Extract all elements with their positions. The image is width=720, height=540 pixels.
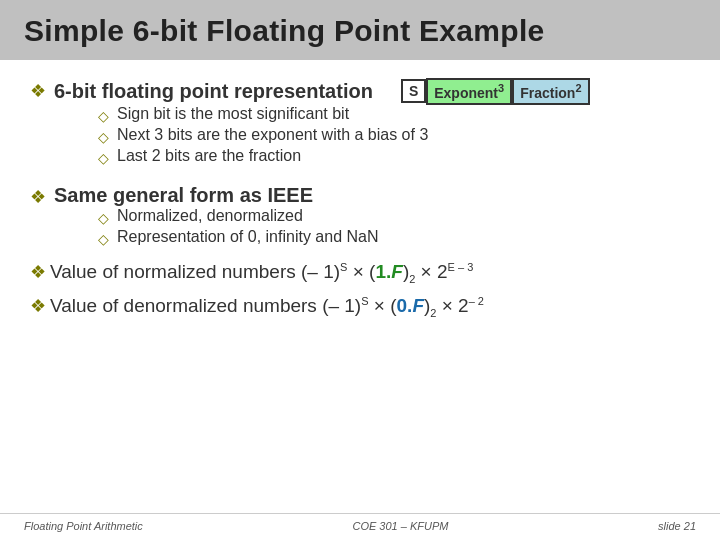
sub-bullet-1-3-text: Last 2 bits are the fraction — [117, 147, 301, 165]
exp-sup: 3 — [498, 82, 504, 94]
frac-box: Fraction2 — [512, 78, 589, 105]
bullet-1: ❖ 6-bit floating point representation S … — [30, 78, 690, 166]
footer-right: slide 21 — [658, 520, 696, 532]
sub-diamond-icon: ◇ — [98, 129, 109, 145]
sub-bullet-1-1-text: Sign bit is the most significant bit — [117, 105, 349, 123]
footer-center: COE 301 – KFUPM — [352, 520, 448, 532]
bullet-2-text: Same general form as IEEE — [54, 184, 690, 207]
slide-header: Simple 6-bit Floating Point Example — [0, 0, 720, 60]
slide: Simple 6-bit Floating Point Example ❖ 6-… — [0, 0, 720, 540]
bullet-2: ❖ Same general form as IEEE ◇ Normalized… — [30, 184, 690, 247]
sub-bullet-1-1: ◇ Sign bit is the most significant bit — [98, 105, 690, 124]
sub-bullet-2-2-text: Representation of 0, infinity and NaN — [117, 228, 378, 246]
slide-title: Simple 6-bit Floating Point Example — [24, 14, 696, 48]
slide-body: ❖ 6-bit floating point representation S … — [0, 60, 720, 513]
formula-2-text: Value of denormalized numbers (– 1)S × (… — [50, 295, 484, 319]
slide-footer: Floating Point Arithmetic COE 301 – KFUP… — [0, 513, 720, 540]
diamond-icon-f2: ❖ — [30, 295, 46, 317]
sub-bullet-2-2: ◇ Representation of 0, infinity and NaN — [98, 228, 690, 247]
sub-bullet-1-3: ◇ Last 2 bits are the fraction — [98, 147, 690, 166]
diamond-icon-2: ❖ — [30, 186, 46, 208]
footer-left: Floating Point Arithmetic — [24, 520, 143, 532]
sub-bullet-2-1: ◇ Normalized, denormalized — [98, 207, 690, 226]
sub-diamond-icon: ◇ — [98, 231, 109, 247]
sub-bullet-1-2: ◇ Next 3 bits are the exponent with a bi… — [98, 126, 690, 145]
sub-bullets-2: ◇ Normalized, denormalized ◇ Representat… — [98, 207, 690, 247]
exp-box: Exponent3 — [426, 78, 512, 105]
sub-bullet-2-1-text: Normalized, denormalized — [117, 207, 303, 225]
sub-diamond-icon: ◇ — [98, 108, 109, 124]
frac-label: Fraction2 — [520, 85, 581, 101]
sub-bullet-1-2-text: Next 3 bits are the exponent with a bias… — [117, 126, 428, 144]
exp-label: Exponent3 — [434, 85, 504, 101]
s-box: S — [401, 79, 426, 103]
diamond-icon-1: ❖ — [30, 80, 46, 102]
bit-diagram: S Exponent3 Fraction2 — [401, 78, 590, 105]
bullet-1-text: 6-bit floating point representation — [54, 80, 373, 103]
formula-2: ❖ Value of denormalized numbers (– 1)S ×… — [30, 295, 690, 319]
sub-diamond-icon: ◇ — [98, 210, 109, 226]
frac-sup: 2 — [575, 82, 581, 94]
diamond-icon-f1: ❖ — [30, 261, 46, 283]
formula-1-text: Value of normalized numbers (– 1)S × (1.… — [50, 261, 473, 285]
sub-bullets-1: ◇ Sign bit is the most significant bit ◇… — [98, 105, 690, 166]
sub-diamond-icon: ◇ — [98, 150, 109, 166]
formula-1: ❖ Value of normalized numbers (– 1)S × (… — [30, 261, 690, 285]
